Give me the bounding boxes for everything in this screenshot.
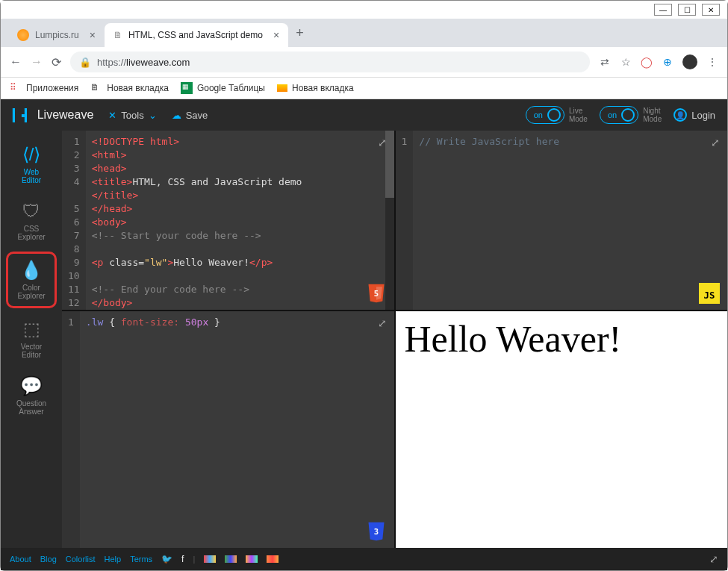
line-gutter: 123456789101112	[62, 131, 86, 310]
bookmark-item[interactable]: ▦ Google Таблицы	[181, 82, 265, 94]
sidebar-item-css-explorer[interactable]: 🛡 CSS Explorer	[6, 195, 57, 247]
night-mode-toggle[interactable]: on	[600, 106, 638, 124]
svg-text:JS: JS	[704, 290, 715, 301]
footer-bar: About Blog Colorlist Help Terms 🐦 f | ⤢	[1, 548, 727, 570]
toggle-knob	[621, 108, 635, 122]
profile-avatar[interactable]	[682, 54, 697, 69]
star-icon[interactable]: ☆	[620, 56, 632, 68]
window-controls: — ☐ ✕	[1, 1, 727, 19]
app-topbar: ▎▪▎ Liveweave ✕ Tools ⌄ ☁ Save on Live M…	[1, 99, 727, 131]
sidebar-item-vector-editor[interactable]: ⬚ Vector Editor	[6, 313, 57, 365]
translate-icon[interactable]: ⇄	[599, 56, 611, 68]
live-mode-toggle[interactable]: on	[526, 106, 564, 124]
footer-link-about[interactable]: About	[10, 555, 31, 564]
css3-badge: 3	[366, 521, 387, 542]
code-icon: ⟨/⟩	[22, 144, 41, 165]
sidebar-item-color-explorer[interactable]: 💧 Color Explorer	[6, 252, 57, 308]
maximize-button[interactable]: ☐	[678, 4, 696, 16]
tab-title: HTML, CSS and JavaScript demo	[128, 30, 263, 40]
expand-icon[interactable]: ⤢	[709, 553, 718, 565]
tools-dropdown[interactable]: ✕ Tools ⌄	[108, 110, 156, 121]
footer-link-terms[interactable]: Terms	[130, 555, 152, 564]
reload-button[interactable]: ⟳	[52, 55, 61, 69]
facebook-icon[interactable]: f	[181, 554, 184, 564]
address-bar: ← → ⟳ 🔒 https://liveweave.com ⇄ ☆ ◯ ⊕ ⋮	[1, 47, 727, 78]
browser-tab-bar: Lumpics.ru × 🗎 HTML, CSS and JavaScript …	[1, 19, 727, 47]
new-tab-button[interactable]: +	[288, 25, 311, 41]
page-icon: 🗎	[113, 30, 122, 40]
url-input[interactable]: 🔒 https://liveweave.com	[70, 52, 590, 72]
footer-link-blog[interactable]: Blog	[40, 555, 57, 564]
output-text: Hello Weaver!	[396, 311, 631, 548]
live-mode-label: Live Mode	[569, 107, 588, 123]
tab-title: Lumpics.ru	[35, 30, 79, 40]
sidebar-item-question-answer[interactable]: 💬 Question Answer	[6, 369, 57, 422]
bookmark-item[interactable]: 🗎 Новая вкладка	[90, 82, 169, 94]
apps-icon: ⠿	[10, 82, 22, 94]
close-icon[interactable]: ×	[273, 29, 279, 41]
tab-lumpics[interactable]: Lumpics.ru ×	[8, 23, 105, 47]
html-code[interactable]: <!DOCTYPE html> <html> <head> <title>HTM…	[86, 131, 394, 310]
html5-badge: 5	[366, 283, 387, 304]
cloud-icon: ☁	[172, 110, 181, 121]
lock-icon: 🔒	[79, 57, 91, 68]
line-gutter: 1	[62, 311, 80, 548]
vector-icon: ⬚	[23, 319, 40, 340]
toggle-knob	[547, 108, 561, 122]
svg-text:3: 3	[373, 527, 378, 536]
scrollbar[interactable]	[385, 131, 394, 310]
url-text: https://liveweave.com	[97, 57, 190, 68]
swatch-icon[interactable]	[267, 555, 279, 563]
expand-icon[interactable]: ⤢	[378, 317, 387, 329]
drop-icon: 💧	[20, 260, 43, 281]
sidebar: ⟨/⟩ Web Editor 🛡 CSS Explorer 💧 Color Ex…	[1, 131, 62, 548]
opera-icon[interactable]: ◯	[641, 56, 653, 68]
tab-liveweave[interactable]: 🗎 HTML, CSS and JavaScript demo ×	[105, 23, 288, 47]
chat-icon: 💬	[20, 375, 43, 396]
minimize-button[interactable]: —	[654, 4, 672, 16]
chevron-down-icon: ⌄	[149, 110, 157, 121]
js-panel[interactable]: 1 // Write JavaScript here ⤢ JS	[396, 131, 728, 310]
close-icon[interactable]: ×	[90, 29, 96, 41]
swatch-icon[interactable]	[225, 555, 237, 563]
js-code[interactable]: // Write JavaScript here	[413, 131, 727, 310]
swatch-icon[interactable]	[246, 555, 258, 563]
tools-icon: ✕	[108, 110, 116, 121]
logo-icon: ▎▪▎	[13, 108, 33, 122]
page-icon: 🗎	[90, 82, 102, 94]
bookmarks-bar: ⠿ Приложения 🗎 Новая вкладка ▦ Google Та…	[1, 78, 727, 99]
js-badge: JS	[699, 283, 720, 304]
css-code[interactable]: .lw { font-size: 50px }	[80, 311, 394, 548]
globe-icon[interactable]: ⊕	[662, 56, 673, 68]
output-panel: Hello Weaver!	[396, 311, 728, 548]
apps-bookmark[interactable]: ⠿ Приложения	[10, 82, 78, 94]
svg-text:5: 5	[373, 289, 378, 298]
night-mode-label: Night Mode	[643, 107, 662, 123]
expand-icon[interactable]: ⤢	[711, 137, 720, 149]
sidebar-item-web-editor[interactable]: ⟨/⟩ Web Editor	[6, 138, 57, 190]
favicon-icon	[17, 29, 29, 41]
css3-icon: 🛡	[22, 201, 40, 222]
menu-icon[interactable]: ⋮	[706, 56, 718, 68]
user-icon: 👤	[673, 108, 687, 122]
liveweave-logo[interactable]: ▎▪▎ Liveweave	[13, 108, 93, 122]
close-button[interactable]: ✕	[702, 4, 720, 16]
login-button[interactable]: 👤 Login	[673, 108, 715, 122]
sheets-icon: ▦	[181, 82, 193, 94]
bookmark-item[interactable]: Новая вкладка	[277, 83, 354, 93]
css-panel[interactable]: 1 .lw { font-size: 50px } ⤢ 3	[62, 311, 394, 548]
page-icon	[277, 84, 287, 92]
swatch-icon[interactable]	[204, 555, 216, 563]
twitter-icon[interactable]: 🐦	[161, 554, 172, 564]
html-panel[interactable]: 123456789101112 <!DOCTYPE html> <html> <…	[62, 131, 394, 310]
line-gutter: 1	[396, 131, 414, 310]
footer-link-help[interactable]: Help	[105, 555, 122, 564]
forward-button[interactable]: →	[31, 55, 43, 69]
back-button[interactable]: ←	[10, 55, 22, 69]
save-button[interactable]: ☁ Save	[172, 110, 208, 121]
footer-link-colorlist[interactable]: Colorlist	[66, 555, 96, 564]
